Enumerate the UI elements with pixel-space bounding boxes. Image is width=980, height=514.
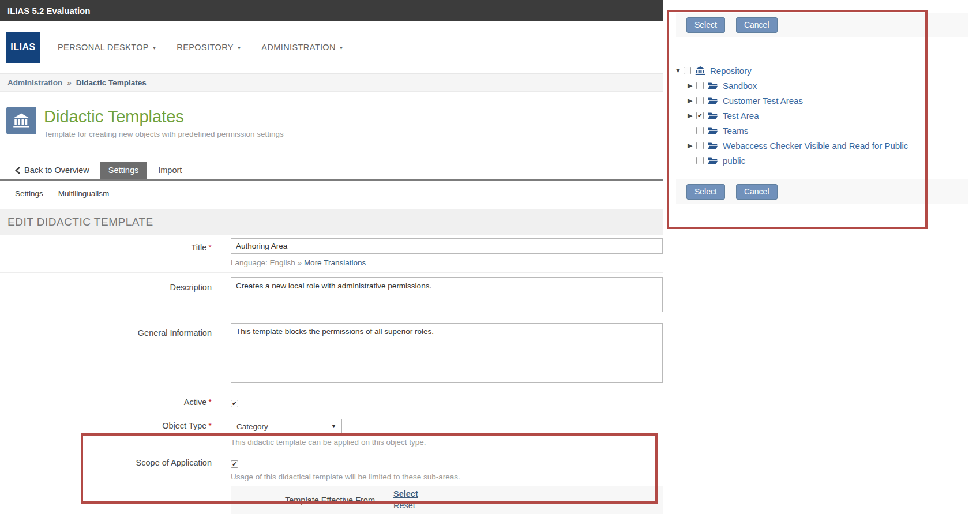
triangle-right-icon[interactable]: ▶ (688, 142, 696, 149)
general-information-row: General Information This template blocks… (0, 318, 663, 389)
tab-import[interactable]: Import (149, 162, 190, 179)
caret-down-icon: ▾ (153, 44, 156, 51)
breadcrumb-separator: » (67, 78, 72, 87)
general-information-textarea[interactable]: This template blocks the permissions of … (231, 323, 663, 383)
description-label: Description (0, 277, 212, 312)
nav-item-personal-desktop[interactable]: PERSONAL DESKTOP▾ (58, 43, 156, 52)
tree-node-repository: ▼Repository (675, 63, 908, 78)
institution-icon (695, 66, 706, 76)
tab-settings[interactable]: Settings (100, 162, 147, 179)
tree-node-checkbox[interactable] (696, 112, 704, 119)
tree-node-public: public (675, 153, 908, 168)
tree-node-webaccess-checker-visible-and-read-for-public: ▶Webaccess Checker Visible and Read for … (675, 138, 908, 153)
folder-icon (708, 97, 718, 104)
tree-node-label[interactable]: Teams (723, 126, 748, 136)
object-type-value: Category (236, 422, 268, 431)
folder-icon (708, 157, 719, 164)
folder-icon (708, 112, 719, 119)
nav-item-repository[interactable]: REPOSITORY▾ (177, 43, 241, 52)
folder-icon (708, 97, 719, 104)
template-effective-from-panel: Template Effective From Select Reset (231, 486, 663, 514)
folder-icon (708, 142, 718, 149)
didactic-templates-icon (6, 107, 36, 134)
caret-down-icon: ▾ (238, 44, 241, 51)
template-effective-from-label: Template Effective From (231, 496, 375, 505)
effective-from-select-link[interactable]: Select (393, 489, 418, 500)
main-page: ILIAS 5.2 Evaluation ILIAS PERSONAL DESK… (0, 0, 663, 514)
subtab-settings[interactable]: Settings (15, 189, 43, 198)
edit-didactic-template-form: EDIT DIDACTIC TEMPLATE Title* Language: … (0, 209, 663, 514)
tree-node-checkbox[interactable] (684, 67, 691, 74)
folder-icon (708, 157, 718, 164)
tree-node-label[interactable]: Repository (710, 66, 752, 76)
tree-node-checkbox[interactable] (696, 157, 704, 164)
back-to-overview-link[interactable]: Back to Overview (15, 162, 97, 179)
tree-node-label[interactable]: public (723, 156, 745, 166)
tree-node-test-area: ▶Test Area (675, 108, 908, 123)
title-label: Title* (0, 238, 212, 267)
chevron-left-icon (15, 167, 20, 174)
triangle-right-icon[interactable]: ▶ (688, 97, 696, 104)
breadcrumb-item-administration[interactable]: Administration (7, 78, 62, 87)
tree-node-label[interactable]: Webaccess Checker Visible and Read for P… (723, 141, 908, 151)
scope-checkbox[interactable] (231, 460, 238, 468)
repository-picker-overlay: Select Cancel ▼Repository▶Sandbox▶Custom… (664, 0, 980, 514)
tree-node-label[interactable]: Test Area (723, 111, 759, 121)
cancel-button-bottom[interactable]: Cancel (736, 184, 778, 200)
tree-node-customer-test-areas: ▶Customer Test Areas (675, 93, 908, 108)
back-to-overview-label: Back to Overview (24, 166, 89, 175)
tree-node-checkbox[interactable] (696, 142, 704, 149)
page-title-block: Didactic Templates Template for creating… (0, 92, 663, 160)
select-button-top[interactable]: Select (686, 17, 725, 33)
general-information-label: General Information (0, 323, 212, 383)
scope-hint: Usage of this didactical template will b… (231, 472, 663, 481)
tree-node-checkbox[interactable] (696, 97, 704, 104)
repository-tree: ▼Repository▶Sandbox▶Customer Test Areas▶… (675, 63, 908, 168)
picker-toolbar-top: Select Cancel (676, 13, 968, 37)
folder-icon (708, 82, 718, 89)
breadcrumb-item-didactic-templates[interactable]: Didactic Templates (76, 78, 147, 87)
object-type-label: Object Type* (0, 419, 212, 447)
language-line: Language: English » More Translations (231, 258, 663, 267)
ilias-logo[interactable]: ILIAS (6, 32, 40, 63)
triangle-right-icon[interactable]: ▶ (688, 82, 696, 89)
scope-label: Scope of Application (0, 458, 212, 514)
page-title: Didactic Templates (44, 108, 284, 126)
folder-icon (708, 127, 718, 134)
picker-toolbar-bottom: Select Cancel (676, 179, 968, 204)
effective-from-reset-link[interactable]: Reset (393, 500, 418, 512)
tab-bar: Back to Overview Settings Import (0, 162, 663, 181)
triangle-right-icon[interactable]: ▶ (688, 112, 696, 119)
tree-node-checkbox[interactable] (696, 82, 704, 89)
tree-node-sandbox: ▶Sandbox (675, 78, 908, 93)
object-type-hint: This didactic template can be applied on… (231, 438, 663, 447)
institution-icon (695, 66, 705, 76)
scope-of-application-row: Scope of Application Usage of this didac… (0, 448, 663, 514)
title-input[interactable] (231, 238, 663, 254)
breadcrumb: Administration»Didactic Templates (0, 73, 663, 92)
tree-node-teams: Teams (675, 123, 908, 138)
subtab-multilingualism[interactable]: Multilingualism (58, 189, 110, 198)
nav-item-administration[interactable]: ADMINISTRATION▾ (261, 43, 343, 52)
object-type-row: Object Type* Category ▼ This didactic te… (0, 412, 663, 448)
active-checkbox[interactable] (231, 400, 238, 407)
app-title: ILIAS 5.2 Evaluation (7, 6, 90, 16)
object-type-select[interactable]: Category ▼ (231, 419, 342, 434)
cancel-button-top[interactable]: Cancel (736, 17, 778, 33)
more-translations-link[interactable]: More Translations (304, 258, 366, 267)
triangle-down-icon[interactable]: ▼ (675, 67, 684, 74)
description-row: Description Creates a new local role wit… (0, 273, 663, 318)
active-row: Active* (0, 389, 663, 412)
select-button-bottom[interactable]: Select (686, 184, 725, 200)
description-textarea[interactable]: Creates a new local role with administra… (231, 277, 663, 312)
caret-down-icon: ▾ (340, 44, 343, 51)
tree-node-label[interactable]: Sandbox (723, 81, 757, 91)
ilias-logo-label: ILIAS (10, 42, 35, 52)
subtab-bar: Settings Multilingualism (0, 181, 663, 198)
title-row: Title* Language: English » More Translat… (0, 235, 663, 273)
top-bar: ILIAS 5.2 Evaluation (0, 0, 663, 21)
tree-node-label[interactable]: Customer Test Areas (723, 96, 803, 106)
folder-icon (708, 112, 718, 119)
tree-node-checkbox[interactable] (696, 127, 704, 134)
folder-icon (708, 142, 719, 149)
